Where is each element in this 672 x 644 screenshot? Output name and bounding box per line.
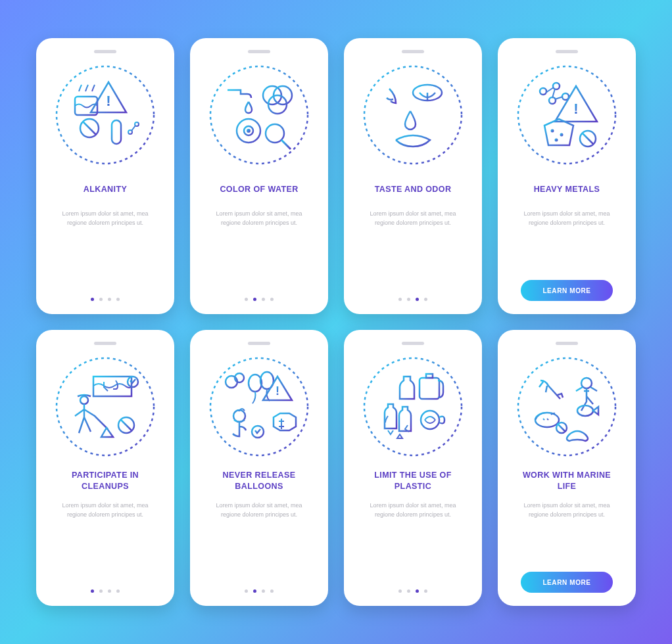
pagination-dot[interactable] — [245, 298, 248, 301]
plastic-icon — [360, 354, 466, 459]
svg-rect-50 — [426, 374, 433, 378]
pagination-dots — [245, 298, 274, 301]
onboarding-card: ! HEAVY METALSLorem ipsum dolor sit amet… — [498, 38, 636, 314]
card-description: Lorem ipsum dolor sit amet, mea regione … — [48, 210, 162, 298]
svg-text:!: ! — [573, 101, 578, 117]
svg-line-4 — [83, 122, 96, 135]
svg-point-37 — [80, 396, 88, 404]
svg-rect-5 — [112, 120, 121, 144]
phone-notch — [94, 342, 116, 345]
onboarding-card: ! ALKANITYLorem ipsum dolor sit amet, me… — [36, 38, 174, 314]
card-title: LIMIT THE USE OF PLASTIC — [356, 470, 470, 492]
svg-point-53 — [581, 378, 592, 388]
pagination-dot[interactable] — [416, 589, 419, 593]
card-title: HEAVY METALS — [530, 178, 604, 200]
pagination-dot[interactable] — [91, 589, 94, 593]
pagination-dot[interactable] — [407, 589, 410, 593]
learn-more-button[interactable]: LEARN MORE — [521, 280, 613, 301]
card-description: Lorem ipsum dolor sit amet, mea regione … — [202, 210, 316, 298]
svg-point-57 — [577, 405, 593, 416]
phone-notch — [248, 342, 270, 345]
svg-point-52 — [518, 358, 615, 455]
pagination-dots — [398, 298, 427, 301]
pagination-dot[interactable] — [108, 298, 111, 301]
pagination-dot[interactable] — [91, 298, 94, 301]
learn-more-button[interactable]: LEARN MORE — [521, 572, 613, 593]
cleanup-icon — [53, 354, 158, 459]
svg-point-51 — [421, 411, 439, 429]
onboarding-card: TASTE AND ODORLorem ipsum dolor sit amet… — [344, 38, 482, 314]
marine-icon — [514, 354, 619, 459]
svg-line-27 — [552, 89, 555, 98]
svg-point-17 — [266, 124, 284, 143]
card-title: NEVER RELEASE BALLOONS — [202, 470, 316, 492]
pagination-dot[interactable] — [416, 298, 419, 301]
card-title: ALKANITY — [80, 178, 131, 200]
card-title: COLOR OF WATER — [216, 178, 302, 200]
pagination-dot[interactable] — [424, 298, 427, 301]
pagination-dot[interactable] — [424, 589, 427, 593]
svg-line-18 — [281, 140, 291, 149]
svg-line-34 — [583, 133, 593, 144]
svg-point-30 — [551, 129, 554, 133]
onboarding-card: COLOR OF WATERLorem ipsum dolor sit amet… — [190, 38, 328, 314]
pagination-dots — [245, 589, 274, 593]
svg-point-10 — [210, 66, 308, 164]
card-description: Lorem ipsum dolor sit amet, mea regione … — [510, 501, 624, 572]
onboarding-card: PARTICIPATE IN CLEANUPSLorem ipsum dolor… — [36, 330, 174, 606]
svg-point-41 — [249, 375, 262, 392]
pagination-dot[interactable] — [116, 589, 120, 593]
card-description: Lorem ipsum dolor sit amet, mea regione … — [48, 501, 162, 589]
svg-point-0 — [57, 66, 154, 164]
card-title: PARTICIPATE IN CLEANUPS — [48, 470, 162, 492]
pagination-dots — [91, 589, 120, 593]
pagination-dots — [398, 589, 427, 593]
card-description: Lorem ipsum dolor sit amet, mea regione … — [202, 501, 316, 589]
pagination-dot[interactable] — [253, 298, 256, 301]
svg-point-48 — [364, 358, 462, 455]
phone-notch — [94, 50, 116, 53]
svg-rect-49 — [420, 378, 439, 399]
phone-notch — [556, 342, 578, 345]
svg-line-9 — [132, 126, 135, 131]
pagination-dot[interactable] — [108, 589, 111, 593]
card-title: TASTE AND ODOR — [371, 178, 456, 200]
pagination-dot[interactable] — [262, 589, 265, 593]
phone-notch — [248, 50, 270, 53]
color-icon — [206, 62, 312, 168]
card-title: WORK WITH MARINE LIFE — [510, 470, 624, 492]
pagination-dot[interactable] — [253, 589, 256, 593]
pagination-dot[interactable] — [99, 589, 103, 593]
svg-point-32 — [555, 139, 558, 142]
pagination-dot[interactable] — [398, 589, 402, 593]
phone-notch — [402, 342, 424, 345]
pagination-dot[interactable] — [262, 298, 265, 301]
svg-point-24 — [549, 97, 556, 104]
card-description: Lorem ipsum dolor sit amet, mea regione … — [356, 210, 470, 298]
pagination-dot[interactable] — [245, 589, 248, 593]
svg-point-44 — [226, 376, 237, 388]
balloon-icon: ! — [206, 354, 312, 459]
taste-icon — [360, 62, 466, 168]
onboarding-row-1: ! ALKANITYLorem ipsum dolor sit amet, me… — [36, 38, 636, 314]
pagination-dots — [91, 298, 120, 301]
pagination-dot[interactable] — [407, 298, 410, 301]
card-description: Lorem ipsum dolor sit amet, mea regione … — [510, 210, 624, 280]
svg-point-22 — [540, 88, 546, 95]
pagination-dot[interactable] — [116, 298, 120, 301]
svg-line-39 — [121, 420, 132, 430]
onboarding-card: LIMIT THE USE OF PLASTICLorem ipsum dolo… — [344, 330, 482, 606]
pagination-dot[interactable] — [398, 298, 402, 301]
svg-text:!: ! — [276, 384, 279, 398]
metals-icon: ! — [514, 62, 619, 168]
svg-point-16 — [247, 129, 251, 133]
pagination-dot[interactable] — [270, 589, 274, 593]
onboarding-card: WORK WITH MARINE LIFELorem ipsum dolor s… — [498, 330, 636, 606]
card-description: Lorem ipsum dolor sit amet, mea regione … — [356, 501, 470, 589]
phone-notch — [402, 50, 424, 53]
onboarding-row-2: PARTICIPATE IN CLEANUPSLorem ipsum dolor… — [36, 330, 636, 606]
warning-icon: ! — [53, 62, 158, 168]
pagination-dot[interactable] — [99, 298, 103, 301]
svg-point-21 — [518, 66, 615, 164]
pagination-dot[interactable] — [270, 298, 274, 301]
